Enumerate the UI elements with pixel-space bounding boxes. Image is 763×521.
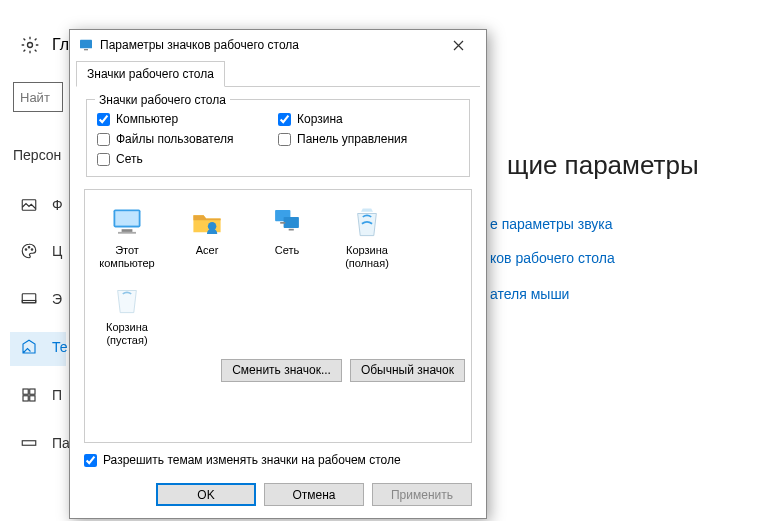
dialog-icon [78, 37, 94, 53]
sidebar-item-label: Па [52, 435, 70, 451]
sidebar-item-colors[interactable]: Ц [20, 242, 62, 260]
sidebar-item-start[interactable]: П [20, 386, 62, 404]
related-link-sound[interactable]: е параметры звука [490, 216, 612, 232]
svg-rect-10 [30, 396, 35, 401]
icon-recycle-empty[interactable]: Корзина (пустая) [91, 277, 163, 350]
svg-rect-9 [23, 396, 28, 401]
sidebar-item-label: П [52, 387, 62, 403]
network-icon [270, 205, 304, 239]
svg-point-2 [25, 249, 27, 251]
sidebar-item-label: Ц [52, 243, 62, 259]
svg-rect-6 [22, 301, 36, 303]
change-icon-button[interactable]: Сменить значок... [221, 359, 342, 382]
sidebar-item-label: Ф [52, 197, 63, 213]
ok-button[interactable]: OK [156, 483, 256, 506]
tab-desktop-icons[interactable]: Значки рабочего стола [76, 61, 225, 87]
apply-button[interactable]: Применить [372, 483, 472, 506]
svg-rect-13 [84, 49, 88, 50]
page-title-fragment: щие параметры [507, 150, 699, 181]
svg-point-0 [28, 43, 33, 48]
palette-icon [20, 242, 38, 260]
svg-rect-21 [280, 222, 285, 224]
svg-rect-16 [122, 229, 133, 232]
user-folder-icon [190, 205, 224, 239]
sidebar-item-lockscreen[interactable]: Э [20, 290, 62, 308]
icon-network[interactable]: Сеть [251, 200, 323, 273]
checkbox-allow-themes[interactable]: Разрешить темам изменять значки на рабоч… [84, 453, 472, 467]
checkbox-controlpanel[interactable]: Панель управления [278, 132, 459, 146]
sidebar-item-taskbar[interactable]: Па [20, 434, 70, 452]
picture-icon [20, 196, 38, 214]
recycle-bin-empty-icon [112, 282, 142, 316]
taskbar-icon [20, 434, 38, 452]
icon-recycle-full[interactable]: Корзина (полная) [331, 200, 403, 273]
sidebar-category: Персон [13, 147, 61, 163]
related-link-desktop-icons[interactable]: ков рабочего стола [490, 250, 615, 266]
svg-rect-8 [30, 389, 35, 394]
restore-default-button[interactable]: Обычный значок [350, 359, 465, 382]
pc-icon [109, 204, 145, 240]
svg-rect-20 [284, 217, 299, 228]
close-button[interactable] [438, 31, 478, 59]
sidebar-item-label: Те [52, 339, 68, 355]
lockscreen-icon [20, 290, 38, 308]
svg-rect-17 [118, 232, 136, 234]
sidebar-item-label: Э [52, 291, 62, 307]
cancel-button[interactable]: Отмена [264, 483, 364, 506]
search-input[interactable] [13, 82, 63, 112]
icon-preview-box: Этот компьютер Acer Сеть Корзина (полная… [84, 189, 472, 443]
tab-strip: Значки рабочего стола [76, 60, 480, 87]
desktop-icon-settings-dialog: Параметры значков рабочего стола Значки … [69, 29, 487, 519]
sidebar-item-background[interactable]: Ф [20, 196, 63, 214]
sidebar-item-themes[interactable]: Те [20, 338, 68, 356]
fieldset-legend: Значки рабочего стола [95, 93, 230, 107]
themes-icon [20, 338, 38, 356]
dialog-titlebar: Параметры значков рабочего стола [70, 30, 486, 60]
svg-rect-15 [115, 211, 138, 225]
desktop-icons-fieldset: Значки рабочего стола Компьютер Файлы по… [86, 99, 470, 177]
svg-point-3 [28, 247, 30, 249]
gear-icon [20, 35, 40, 55]
svg-point-4 [31, 249, 33, 251]
svg-rect-22 [289, 229, 294, 231]
icon-this-pc[interactable]: Этот компьютер [91, 200, 163, 273]
checkbox-recyclebin[interactable]: Корзина [278, 112, 459, 126]
svg-rect-7 [23, 389, 28, 394]
related-link-mouse-pointer[interactable]: ателя мыши [490, 286, 569, 302]
dialog-title: Параметры значков рабочего стола [100, 38, 438, 52]
icon-user-folder[interactable]: Acer [171, 200, 243, 273]
recycle-bin-full-icon [352, 205, 382, 239]
start-icon [20, 386, 38, 404]
checkbox-userfiles[interactable]: Файлы пользователя [97, 132, 278, 146]
svg-rect-5 [22, 294, 36, 303]
checkbox-computer[interactable]: Компьютер [97, 112, 278, 126]
close-icon [453, 40, 464, 51]
svg-rect-11 [22, 441, 36, 446]
checkbox-network[interactable]: Сеть [97, 152, 278, 166]
settings-home-label: Гл [52, 36, 69, 54]
svg-rect-12 [80, 40, 92, 49]
